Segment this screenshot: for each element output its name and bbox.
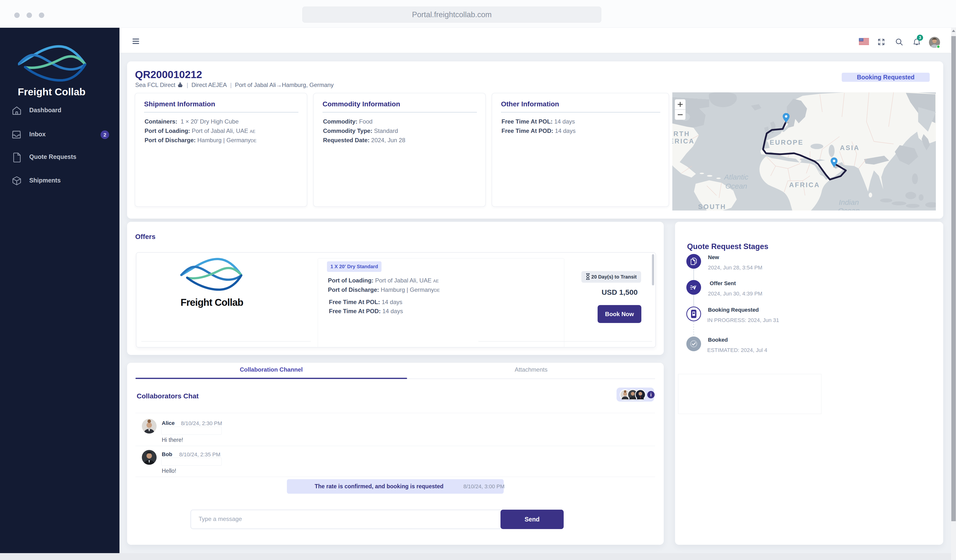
svg-text:SOUTH: SOUTH xyxy=(698,203,726,210)
svg-text:Ocean: Ocean xyxy=(838,207,860,210)
svg-text:EUROPE: EUROPE xyxy=(770,139,803,146)
svg-text:Indian: Indian xyxy=(839,198,859,206)
svg-text:ASIA: ASIA xyxy=(840,144,860,152)
svg-text:Atlantic: Atlantic xyxy=(724,173,748,181)
svg-text:NORTH: NORTH xyxy=(672,130,690,138)
svg-text:Ocean: Ocean xyxy=(725,182,747,190)
svg-text:AFRICA: AFRICA xyxy=(789,181,820,189)
svg-text:AMERICA: AMERICA xyxy=(672,138,695,145)
